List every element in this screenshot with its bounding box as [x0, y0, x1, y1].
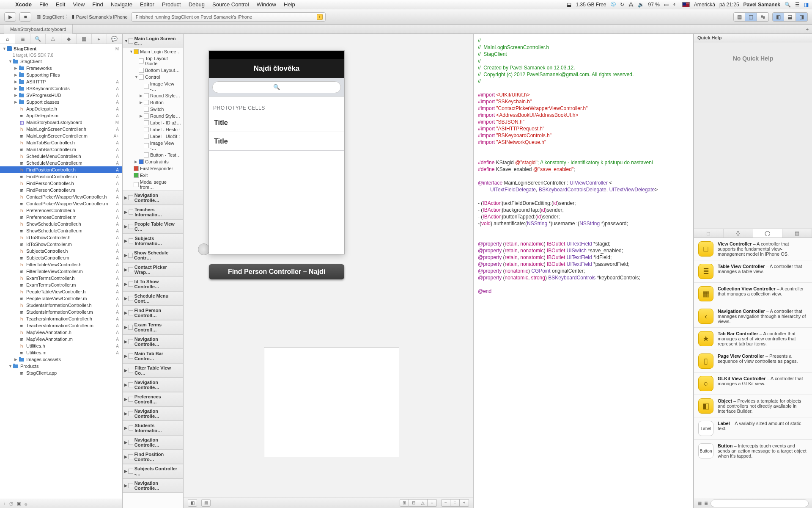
library-item[interactable]: ◧Object – Provides a template for object… [694, 395, 812, 417]
outline-item[interactable]: First Responder [123, 165, 183, 172]
grid-view-icon[interactable]: ▦ [697, 500, 702, 506]
outline-scene[interactable]: ▶Navigation Controlle… [123, 378, 183, 392]
file-row[interactable]: hFindPersonController.hA [0, 180, 122, 187]
file-templates-tab[interactable]: ◻ [694, 229, 724, 237]
file-row[interactable]: ▶Frameworks [0, 65, 122, 72]
scene-find-person[interactable]: Najdi člověka 🔍 PROTOTYPE CELLS Title Ti… [209, 51, 344, 254]
library-item[interactable]: ▦Collection View Controller – A controll… [694, 283, 812, 305]
outline-scene[interactable]: ▶Navigation Controlle… [123, 478, 183, 493]
file-row[interactable]: ▶SVProgressHUDA [0, 92, 122, 99]
spotlight-icon[interactable]: 🔍 [785, 2, 791, 8]
outline-scene[interactable]: ▶Navigation Controlle… [123, 334, 183, 349]
toggle-utilities-button[interactable]: ◨ [796, 12, 808, 22]
outline-scene[interactable]: ▶Exam Terms Controll… [123, 320, 183, 334]
scheme-selector[interactable]: ▥ StagClient 〉 ▮ Pavel Samanek's iPhone [36, 14, 128, 20]
outline-item[interactable]: ▼Main Login Scree… [123, 48, 183, 55]
warning-badge[interactable]: 1 [317, 14, 323, 20]
zoom-actual-button[interactable]: = [450, 499, 460, 507]
file-row[interactable]: mMainTabBarController.mA [0, 146, 122, 153]
breakpoint-navigator-tab[interactable]: ▸ [92, 34, 107, 44]
file-row[interactable]: hFindPositionController.hA [0, 166, 122, 173]
outline-scene[interactable]: ▶Main Tab Bar Contro… [123, 349, 183, 363]
file-row[interactable]: mPeopleTableViewController.mA [0, 295, 122, 302]
outline-scene[interactable]: ▶Subjects Controller -… [123, 464, 183, 478]
file-row[interactable]: mFindPositionController.mA [0, 173, 122, 180]
menu-navigate[interactable]: Navigate [107, 1, 136, 8]
resizing-button[interactable]: ↔ [428, 499, 437, 507]
library-item[interactable]: □View Controller – A controller that sup… [694, 238, 812, 260]
volume-icon[interactable]: 🔉 [638, 2, 644, 8]
file-row[interactable]: hStudentsInformationController.hA [0, 302, 122, 309]
wifi-icon[interactable]: ᯤ [673, 2, 678, 8]
outline-item[interactable]: ▼Control [123, 74, 183, 80]
app-switcher-icon[interactable]: ◨ [804, 2, 809, 8]
toggle-debug-button[interactable]: ⬓ [784, 12, 796, 22]
assistant-editor[interactable]: // // MainLoginScreenController.h // Sta… [474, 34, 694, 508]
menu-debug[interactable]: Debug [185, 1, 208, 8]
document-outline[interactable]: ▼Main Login Screen C…▼Main Login Scree…T… [123, 34, 184, 508]
app-menu[interactable]: Xcode [11, 1, 36, 8]
file-row[interactable]: mPreferencesController.mA [0, 214, 122, 221]
outline-item[interactable]: ▶Round Style… [123, 92, 183, 99]
outline-scene[interactable]: ▶Students Informatio… [123, 421, 183, 435]
file-row[interactable]: hTeachersInformationController.hA [0, 315, 122, 322]
file-row[interactable]: mAppDelegate.mA [0, 112, 122, 119]
file-row[interactable]: ▶Images.xcassets [0, 356, 122, 363]
file-row[interactable]: mUtilities.mA [0, 349, 122, 356]
outline-item[interactable]: Label - ID už… [123, 119, 183, 126]
file-row[interactable]: mExamTermsController.mA [0, 282, 122, 288]
menu-file[interactable]: File [36, 1, 52, 8]
align-button[interactable]: ⊞ [400, 499, 409, 507]
file-row[interactable]: hSubjectsController.hA [0, 248, 122, 254]
library-item[interactable]: ButtonButton – Intercepts touch events a… [694, 440, 812, 462]
menu-editor[interactable]: Editor [136, 1, 158, 8]
file-row[interactable]: hPeopleTableViewController.hA [0, 288, 122, 295]
outline-scene[interactable]: ▶Navigation Controlle… [123, 406, 183, 421]
doc-outline-icon[interactable]: ▤ [201, 499, 211, 507]
filter-field-icon[interactable]: ⌾ [25, 501, 27, 506]
file-row[interactable]: hFilterTableViewController.hA [0, 261, 122, 268]
outline-toggle-button[interactable]: ◧ [188, 499, 197, 507]
clock-icon[interactable]: ↻ [620, 2, 624, 8]
file-row[interactable]: hExamTermsController.hA [0, 275, 122, 282]
outline-scene[interactable]: ▶Id To Show Controlle… [123, 277, 183, 291]
outline-scene[interactable]: ▶Contact Picker Wrap… [123, 262, 183, 277]
menu-help[interactable]: Help [280, 1, 299, 8]
menu-product[interactable]: Product [158, 1, 185, 8]
menu-scm[interactable]: Source Control [208, 1, 253, 8]
outline-item[interactable]: ▶Round Style… [123, 113, 183, 119]
object-library[interactable]: □View Controller – A controller that sup… [694, 238, 812, 498]
file-row[interactable]: hPreferencesController.hA [0, 207, 122, 214]
storyboard-canvas[interactable]: Najdi člověka 🔍 PROTOTYPE CELLS Title Ti… [184, 34, 474, 508]
activity-viewer[interactable]: Finished running StagClient on Pavel Sam… [131, 12, 326, 22]
outline-item[interactable]: ▶Button [123, 99, 183, 106]
add-file-button[interactable]: + [3, 501, 6, 506]
outline-scene[interactable]: ▶Subjects Informatio… [123, 234, 183, 248]
file-row[interactable]: mFindPersonController.mA [0, 187, 122, 193]
log-navigator-tab[interactable]: 💬 [107, 34, 122, 44]
segue-connector[interactable] [198, 243, 210, 255]
outline-item[interactable]: Bottom Layout… [123, 67, 183, 74]
assistant-editor-button[interactable]: ◫ [745, 12, 757, 22]
project-root[interactable]: ▼ StagClient M [0, 45, 122, 52]
file-row[interactable]: mTeachersInformationController.mA [0, 322, 122, 329]
file-row[interactable]: mStudentsInformationController.mA [0, 309, 122, 315]
outline-item[interactable]: Image View -… [123, 80, 183, 92]
library-filter-field[interactable] [710, 500, 809, 507]
filter-scm-icon[interactable]: ▣ [17, 501, 21, 506]
outline-item[interactable]: ▶Constraints [123, 158, 183, 165]
library-item[interactable]: ○GLKit View Controller – A controller th… [694, 373, 812, 395]
file-row[interactable]: mMapViewAnnotation.mA [0, 336, 122, 342]
outline-scene[interactable]: ▶Navigation Controlle… [123, 190, 183, 205]
file-row[interactable]: hMainTabBarController.hA [0, 139, 122, 146]
library-item[interactable]: ‹Navigation Controller – A controller th… [694, 305, 812, 328]
project-navigator-tab[interactable]: ⌂ [0, 34, 15, 44]
issue-navigator-tab[interactable]: ⚠ [46, 34, 61, 44]
project-tree[interactable]: ▼ StagClient M 1 target, iOS SDK 7.0 ▼St… [0, 44, 122, 499]
code-snippets-tab[interactable]: {} [724, 229, 753, 237]
file-row[interactable]: ▼Products [0, 363, 122, 370]
clock-label[interactable]: pá 21:25 [719, 2, 739, 8]
file-row[interactable]: mContactPickerWrapperViewController.mA [0, 200, 122, 207]
zoom-in-button[interactable]: + [460, 499, 469, 507]
user-label[interactable]: Pavel Samanek [743, 2, 780, 8]
